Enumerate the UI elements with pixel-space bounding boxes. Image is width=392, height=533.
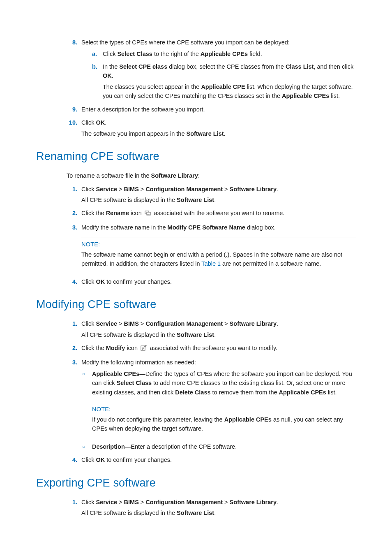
bullets: ○ Applicable CPEs—Define the types of CP… (81, 369, 356, 451)
rename-lead: To rename a software file in the Softwar… (67, 171, 356, 180)
rename-icon (145, 209, 151, 218)
step-marker: 10. (67, 118, 77, 127)
step-text: Enter a description for the software you… (81, 106, 205, 113)
step-marker: 3. (67, 358, 77, 367)
step-after: All CPE software is displayed in the Sof… (81, 508, 356, 517)
step-marker: 3. (67, 223, 77, 232)
step-marker: 1. (67, 319, 77, 328)
step-marker: 1. (67, 185, 77, 194)
sub-marker: b. (92, 62, 99, 71)
bullet-text: Description—Enter a description of the C… (92, 443, 237, 450)
step-text: Click Service > BIMS > Configuration Man… (81, 320, 278, 327)
step-8: 8. Select the types of CPEs where the CP… (67, 38, 356, 101)
bullet-applicable-cpes: ○ Applicable CPEs—Define the types of CP… (81, 369, 356, 437)
bullet-text: Applicable CPEs—Define the types of CPEs… (92, 371, 352, 396)
modify-step-1: 1. Click Service > BIMS > Configuration … (67, 319, 356, 339)
step-marker: 4. (67, 277, 77, 286)
export-steps: 1. Click Service > BIMS > Configuration … (36, 498, 356, 518)
step-after: The software you import appears in the S… (81, 129, 356, 138)
substep-a: a. Click Select Class to the right of th… (92, 49, 356, 58)
sub-text: In the Select CPE class dialog box, sele… (103, 63, 353, 79)
substep-b: b. In the Select CPE class dialog box, s… (92, 62, 356, 101)
substeps: a. Click Select Class to the right of th… (81, 49, 356, 100)
rename-step-4: 4. Click OK to confirm your changes. (67, 277, 356, 286)
step-marker: 9. (67, 105, 77, 114)
step-text: Modify the following information as need… (81, 359, 196, 366)
step-text: Modify the software name in the Modify C… (81, 224, 276, 231)
step-marker: 4. (67, 455, 77, 464)
step-text: Click the Rename icon associated with th… (81, 210, 284, 216)
note-label: NOTE: (92, 405, 356, 414)
heading-modifying: Modifying CPE software (36, 296, 356, 313)
intro-steps: 8. Select the types of CPEs where the CP… (36, 38, 356, 138)
note-body: The software name cannot begin or end wi… (81, 250, 356, 269)
sub-after: The classes you select appear in the App… (103, 82, 356, 101)
step-text: Click Service > BIMS > Configuration Man… (81, 186, 278, 192)
step-10: 10. Click OK. The software you import ap… (67, 118, 356, 138)
step-marker: 8. (67, 38, 77, 47)
heading-exporting: Exporting CPE software (36, 475, 356, 492)
modify-step-2: 2. Click the Modify icon associated with… (67, 343, 356, 353)
note-box: NOTE: If you do not configure this param… (92, 402, 356, 437)
table-link[interactable]: Table 1 (201, 260, 221, 267)
heading-renaming: Renaming CPE software (36, 148, 356, 165)
note-label: NOTE: (81, 240, 356, 249)
modify-step-3: 3. Modify the following information as n… (67, 358, 356, 452)
step-marker: 2. (67, 343, 77, 352)
step-text: Click OK. (81, 119, 106, 126)
note-box: NOTE: The software name cannot begin or … (81, 237, 356, 272)
circle-icon: ○ (82, 443, 85, 451)
sub-marker: a. (92, 49, 99, 58)
modify-step-4: 4. Click OK to confirm your changes. (67, 455, 356, 464)
export-step-1: 1. Click Service > BIMS > Configuration … (67, 498, 356, 518)
step-marker: 2. (67, 209, 77, 218)
note-body: If you do not configure this parameter, … (92, 415, 356, 433)
modify-icon (141, 344, 147, 353)
step-after: All CPE software is displayed in the Sof… (81, 330, 356, 339)
circle-icon: ○ (82, 370, 85, 378)
rename-step-1: 1. Click Service > BIMS > Configuration … (67, 185, 356, 205)
rename-step-3: 3. Modify the software name in the Modif… (67, 223, 356, 272)
step-after: All CPE software is displayed in the Sof… (81, 195, 356, 204)
step-text: Click OK to confirm your changes. (81, 457, 172, 463)
step-text: Click OK to confirm your changes. (81, 278, 172, 285)
bullet-description: ○ Description—Enter a description of the… (81, 442, 356, 451)
step-text: Click the Modify icon associated with th… (81, 345, 277, 351)
page-number: 39 (36, 532, 356, 533)
sub-text: Click Select Class to the right of the A… (103, 51, 262, 57)
step-marker: 1. (67, 498, 77, 507)
rename-steps: 1. Click Service > BIMS > Configuration … (36, 185, 356, 287)
modify-steps: 1. Click Service > BIMS > Configuration … (36, 319, 356, 465)
step-9: 9. Enter a description for the software … (67, 105, 356, 114)
rename-step-2: 2. Click the Rename icon associated with… (67, 209, 356, 218)
step-text: Click Service > BIMS > Configuration Man… (81, 499, 278, 505)
step-text: Select the types of CPEs where the CPE s… (81, 39, 290, 46)
